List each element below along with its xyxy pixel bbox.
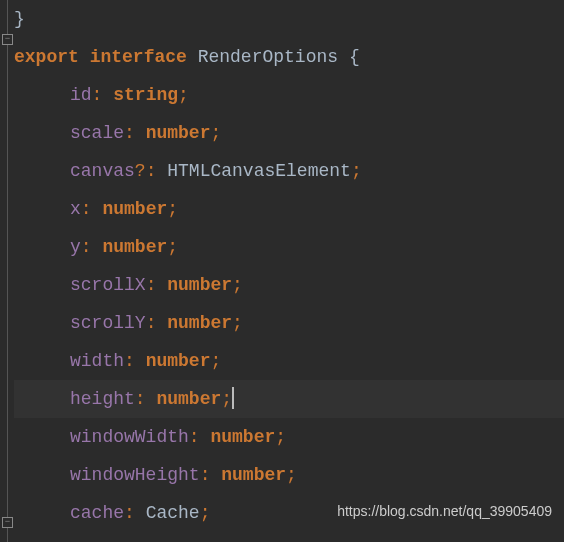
colon-token: :	[81, 237, 92, 257]
code-line: scrollY: number;	[14, 304, 564, 342]
keyword-export: export	[14, 47, 79, 67]
open-brace: {	[349, 47, 360, 67]
prop-name: height	[70, 389, 135, 409]
code-line: width: number;	[14, 342, 564, 380]
interface-name: RenderOptions	[198, 47, 338, 67]
code-line: export interface RenderOptions {	[14, 38, 564, 76]
colon-token: :	[146, 313, 157, 333]
semicolon-token: ;	[167, 199, 178, 219]
code-line: y: number;	[14, 228, 564, 266]
text-caret	[232, 387, 234, 409]
semicolon-token: ;	[210, 123, 221, 143]
prop-name: windowHeight	[70, 465, 200, 485]
colon-token: :	[92, 85, 103, 105]
colon-token: :	[189, 427, 200, 447]
prop-name: id	[70, 85, 92, 105]
colon-token: :	[124, 503, 135, 523]
colon-token: :	[124, 351, 135, 371]
prop-type: Cache	[146, 503, 200, 523]
prop-type: number	[156, 389, 221, 409]
code-line: }	[14, 0, 564, 38]
colon-token: :	[81, 199, 92, 219]
prop-type: number	[221, 465, 286, 485]
prop-type: string	[113, 85, 178, 105]
semicolon-token: ;	[232, 275, 243, 295]
keyword-interface: interface	[90, 47, 187, 67]
semicolon-token: ;	[232, 313, 243, 333]
code-line: scrollX: number;	[14, 266, 564, 304]
optional-token: ?	[135, 161, 146, 181]
code-editor[interactable]: } export interface RenderOptions { id: s…	[0, 0, 564, 542]
prop-name: x	[70, 199, 81, 219]
semicolon-token: ;	[351, 161, 362, 181]
fold-marker-icon[interactable]: −	[2, 517, 13, 528]
semicolon-token: ;	[286, 465, 297, 485]
prop-type: number	[146, 123, 211, 143]
prop-type: HTMLCanvasElement	[167, 161, 351, 181]
prop-name: cache	[70, 503, 124, 523]
code-line: }	[14, 532, 564, 542]
code-line: windowWidth: number;	[14, 418, 564, 456]
prop-name: scale	[70, 123, 124, 143]
semicolon-token: ;	[200, 503, 211, 523]
prop-name: windowWidth	[70, 427, 189, 447]
code-line: scale: number;	[14, 114, 564, 152]
colon-token: :	[200, 465, 211, 485]
prop-type: number	[146, 351, 211, 371]
colon-token: :	[146, 161, 157, 181]
prop-name: width	[70, 351, 124, 371]
fold-guide-line	[7, 0, 8, 542]
semicolon-token: ;	[210, 351, 221, 371]
code-line: id: string;	[14, 76, 564, 114]
prop-name: y	[70, 237, 81, 257]
prop-name: scrollY	[70, 313, 146, 333]
semicolon-token: ;	[167, 237, 178, 257]
watermark-text: https://blog.csdn.net/qq_39905409	[337, 492, 552, 530]
prop-type: number	[102, 199, 167, 219]
prop-type: number	[102, 237, 167, 257]
prop-type: number	[167, 313, 232, 333]
code-line: x: number;	[14, 190, 564, 228]
colon-token: :	[124, 123, 135, 143]
semicolon-token: ;	[221, 389, 232, 409]
semicolon-token: ;	[275, 427, 286, 447]
prop-type: number	[167, 275, 232, 295]
closing-brace-prev: }	[14, 9, 25, 29]
code-line: windowHeight: number;	[14, 456, 564, 494]
prop-name: scrollX	[70, 275, 146, 295]
fold-marker-icon[interactable]: −	[2, 34, 13, 45]
colon-token: :	[146, 275, 157, 295]
prop-type: number	[210, 427, 275, 447]
code-line: canvas?: HTMLCanvasElement;	[14, 152, 564, 190]
code-line-active: height: number;	[14, 380, 564, 418]
gutter: − −	[0, 0, 12, 542]
semicolon-token: ;	[178, 85, 189, 105]
colon-token: :	[135, 389, 146, 409]
prop-name: canvas	[70, 161, 135, 181]
